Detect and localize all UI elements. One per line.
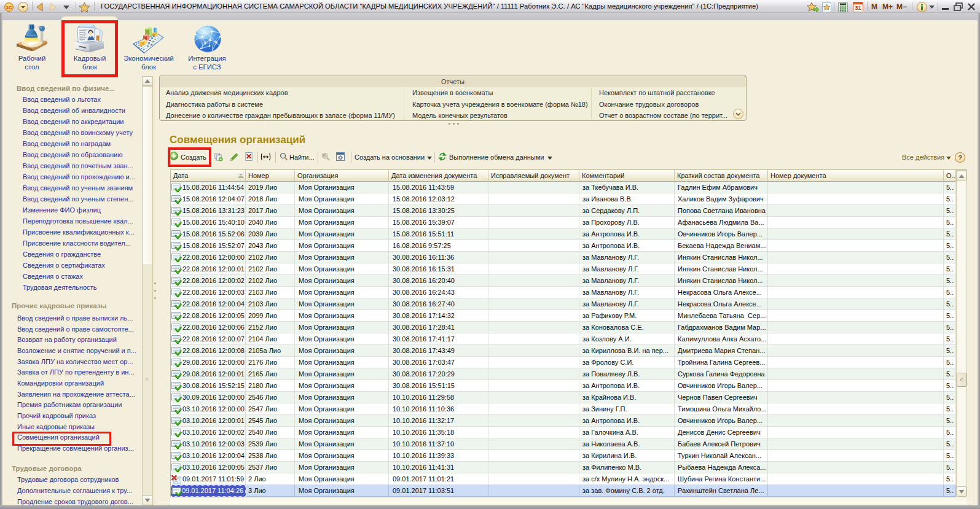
svg-text:31: 31 [855,4,861,11]
svg-text:1C: 1C [6,5,12,10]
svg-text:?: ? [958,154,962,161]
